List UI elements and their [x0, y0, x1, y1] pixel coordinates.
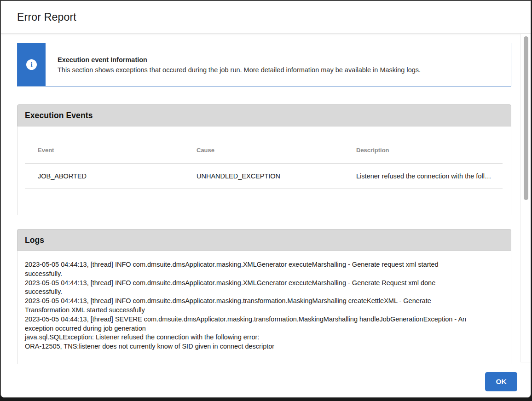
execution-events-section: Execution Events Event Cause Description…: [17, 104, 511, 215]
cause-cell: UNHANDLED_EXCEPTION: [197, 172, 280, 180]
scrollbar-thumb[interactable]: [524, 36, 528, 200]
log-line: 2023-05-05 04:44:13, [thread] INFO com.d…: [25, 297, 471, 315]
execution-events-title: Execution Events: [25, 111, 93, 120]
logs-header-bar: Logs: [17, 229, 511, 251]
description-cell: Listener refused the connection with the…: [356, 172, 491, 180]
ok-button[interactable]: OK: [485, 372, 517, 391]
execution-events-header-bar: Execution Events: [17, 104, 511, 126]
logs-title: Logs: [25, 235, 44, 245]
column-header-description: Description: [356, 147, 389, 154]
logs-panel: 2023-05-05 04:44:13, [thread] INFO com.d…: [17, 251, 511, 364]
column-header-cause: Cause: [197, 147, 214, 154]
logs-section: Logs 2023-05-05 04:44:13, [thread] INFO …: [17, 229, 511, 364]
info-banner-description: This section shows exceptions that occur…: [58, 66, 503, 74]
execution-events-panel: Event Cause Description JOB_ABORTED UNHA…: [17, 126, 511, 215]
header-divider: [1, 34, 531, 34]
table-divider: [25, 163, 503, 164]
execution-info-banner: i Execution event Information This secti…: [17, 43, 511, 86]
info-icon: i: [26, 59, 37, 70]
info-icon-box: i: [17, 43, 46, 86]
log-line: 2023-05-05 04:44:13, [thread] INFO com.d…: [25, 279, 471, 297]
table-divider: [25, 188, 503, 189]
screen-backdrop: Error Report i Execution event Informati…: [0, 0, 532, 401]
info-banner-text: Execution event Information This section…: [58, 56, 503, 74]
log-line: java.sql.SQLException: Listener refused …: [25, 333, 471, 342]
log-line: 2023-05-05 04:44:13, [thread] INFO com.d…: [25, 260, 471, 279]
dialog-title: Error Report: [17, 11, 76, 23]
error-report-dialog: Error Report i Execution event Informati…: [0, 0, 531, 398]
log-lines: 2023-05-05 04:44:13, [thread] INFO com.d…: [25, 260, 471, 351]
event-cell: JOB_ABORTED: [38, 172, 87, 180]
log-line: ORA-12505, TNS:listener does not current…: [25, 342, 471, 351]
info-banner-title: Execution event Information: [58, 56, 503, 63]
log-line: 2023-05-05 04:44:13, [thread] SEVERE com…: [25, 315, 471, 333]
column-header-event: Event: [38, 147, 54, 154]
